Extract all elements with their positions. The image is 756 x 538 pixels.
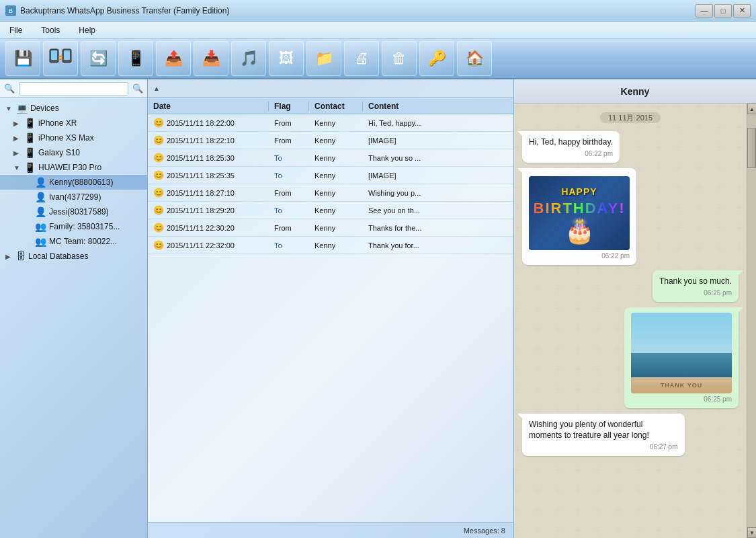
cell-contact: Kenny xyxy=(309,219,363,236)
cell-date: 😊 2015/11/11 22:30:20 xyxy=(148,219,269,236)
tree-item-mc-team[interactable]: ▶ 👥 MC Team: 80022... xyxy=(0,234,147,249)
tree-item-galaxy-s10[interactable]: ▶ 📱 Galaxy S10 xyxy=(0,145,147,160)
cell-flag: From xyxy=(269,114,309,131)
import-button[interactable]: 📥 xyxy=(194,41,228,76)
expand-arrow: ▶ xyxy=(13,134,22,142)
tree-item-kenny[interactable]: ▶ 👤 Kenny(88800613) xyxy=(0,175,147,190)
tree-item-ivan[interactable]: ▶ 👤 Ivan(4377299) xyxy=(0,190,147,204)
scroll-thumb[interactable] xyxy=(747,128,756,168)
chat-bubble-received-3: Wishing you plenty of wonderful moments … xyxy=(522,414,685,457)
cell-flag: From xyxy=(269,132,309,149)
menu-help[interactable]: Help xyxy=(75,24,99,36)
devices-icon: 💻 xyxy=(16,103,28,114)
group-icon: 👥 xyxy=(35,221,46,232)
col-date[interactable]: Date xyxy=(148,102,269,111)
col-contact[interactable]: Contact xyxy=(309,102,363,111)
maximize-button[interactable]: □ xyxy=(714,4,732,17)
table-row[interactable]: 😊 2015/11/11 18:27:10 From Kenny Wishing… xyxy=(148,184,513,202)
menu-file[interactable]: File xyxy=(5,24,26,36)
folder-button[interactable]: 📁 xyxy=(306,41,341,76)
messages-panel: ▲ Date Flag Contact Content 😊 2015/11/11… xyxy=(148,79,514,538)
cell-contact: Kenny xyxy=(309,184,363,201)
music-button[interactable]: 🎵 xyxy=(231,41,266,76)
minimize-button[interactable]: — xyxy=(696,4,713,17)
tree-item-devices[interactable]: ▼ 💻 Devices xyxy=(0,101,147,116)
contact-icon: 👤 xyxy=(35,177,46,188)
key-button[interactable]: 🔑 xyxy=(419,41,454,76)
sort-bar: ▲ xyxy=(148,79,513,98)
tree-item-local-db[interactable]: ▶ 🗄 Local Databases xyxy=(0,249,147,264)
print-button[interactable]: 🖨 xyxy=(344,41,379,76)
search-input[interactable] xyxy=(19,82,128,95)
search-clear-icon[interactable]: 🔍 xyxy=(131,82,144,95)
bubble-text: Hi, Ted, happy birthday. xyxy=(529,137,613,148)
svg-rect-3 xyxy=(64,50,70,60)
row-icon: 😊 xyxy=(153,205,164,215)
row-icon: 😊 xyxy=(153,153,164,163)
scroll-up-arrow[interactable]: ▲ xyxy=(747,104,756,114)
chat-scrollbar[interactable]: ▲ ▼ xyxy=(747,104,756,538)
chat-bubble-received-1: Hi, Ted, happy birthday. 06:22 pm xyxy=(522,131,620,163)
message-count: Messages: 8 xyxy=(464,527,505,535)
scroll-down-arrow[interactable]: ▼ xyxy=(747,527,756,538)
close-button[interactable]: ✕ xyxy=(733,4,751,17)
cell-flag: To xyxy=(269,202,309,219)
devices-label: Devices xyxy=(30,104,142,113)
chat-date-badge: 11 11月 2015 xyxy=(522,113,739,123)
table-row[interactable]: 😊 2015/11/11 18:25:35 To Kenny [IMAGE] xyxy=(148,167,513,184)
cell-content: Thanks for the... xyxy=(363,219,513,236)
android-button[interactable]: 📱 xyxy=(118,41,153,76)
col-content[interactable]: Content xyxy=(363,102,513,111)
sidebar: 🔍 🔍 ▼ 💻 Devices ▶ 📱 iPhone XR ▶ 📱 iPhone… xyxy=(0,79,148,538)
tree-item-jessi[interactable]: ▶ 👤 Jessi(80317589) xyxy=(0,204,147,219)
transfer-button[interactable] xyxy=(43,41,78,76)
row-date: 2015/11/11 18:25:30 xyxy=(167,154,235,162)
mc-team-label: MC Team: 80022... xyxy=(49,237,142,246)
table-row[interactable]: 😊 2015/11/11 18:22:10 From Kenny [IMAGE] xyxy=(148,132,513,149)
table-row[interactable]: 😊 2015/11/11 18:29:20 To Kenny See you o… xyxy=(148,202,513,219)
row-date: 2015/11/11 18:27:10 xyxy=(167,189,235,197)
backup-button[interactable]: 💾 xyxy=(5,41,40,76)
delete-button[interactable]: 🗑 xyxy=(382,41,417,76)
chat-bubble-sent-2: THANK YOU 06:25 pm xyxy=(624,307,739,408)
row-date: 2015/11/11 18:22:00 xyxy=(167,119,235,127)
expand-arrow: ▶ xyxy=(13,149,22,157)
table-row[interactable]: 😊 2015/11/11 18:22:00 From Kenny Hi, Ted… xyxy=(148,114,513,132)
app-icon: B xyxy=(5,5,16,16)
bubble-box: Hi, Ted, happy birthday. 06:22 pm xyxy=(522,131,620,163)
tree-item-iphone-xs-max[interactable]: ▶ 📱 iPhone XS Max xyxy=(0,130,147,145)
cell-flag: From xyxy=(269,219,309,236)
menu-tools[interactable]: Tools xyxy=(37,24,64,36)
chat-contact-name: Kenny xyxy=(621,86,650,97)
galaxy-s10-label: Galaxy S10 xyxy=(38,148,142,157)
restore-button[interactable]: 🔄 xyxy=(81,41,116,76)
tree-item-family[interactable]: ▶ 👥 Family: 35803175... xyxy=(0,219,147,234)
export-button[interactable]: 📤 xyxy=(156,41,191,76)
main-area: 🔍 🔍 ▼ 💻 Devices ▶ 📱 iPhone XR ▶ 📱 iPhone… xyxy=(0,79,756,538)
menu-bar: File Tools Help xyxy=(0,22,756,39)
col-flag[interactable]: Flag xyxy=(269,102,309,111)
photo-button[interactable]: 🖼 xyxy=(269,41,304,76)
home-button[interactable]: 🏠 xyxy=(457,41,492,76)
chat-bubble-sent-1: Thank you so much. 06:25 pm xyxy=(653,270,739,302)
cell-flag: To xyxy=(269,149,309,166)
huawei-p30-label: HUAWEI P30 Pro xyxy=(38,163,142,172)
search-icon[interactable]: 🔍 xyxy=(3,82,16,95)
tree-item-iphone-xr[interactable]: ▶ 📱 iPhone XR xyxy=(0,116,147,130)
bubble-box: Wishing you plenty of wonderful moments … xyxy=(522,414,685,457)
search-bar: 🔍 🔍 xyxy=(0,79,147,98)
phone-icon: 📱 xyxy=(24,118,36,128)
tree-item-huawei-p30[interactable]: ▼ 📱 HUAWEI P30 Pro xyxy=(0,160,147,175)
row-icon: 😊 xyxy=(153,118,164,128)
group-icon: 👥 xyxy=(35,236,46,247)
expand-arrow: ▼ xyxy=(5,105,13,112)
table-row[interactable]: 😊 2015/11/11 18:25:30 To Kenny Thank you… xyxy=(148,149,513,167)
table-row[interactable]: 😊 2015/11/11 22:32:00 To Kenny Thank you… xyxy=(148,237,513,254)
title-bar: B Backuptrans WhatsApp Business Transfer… xyxy=(0,0,756,22)
row-date: 2015/11/11 18:22:10 xyxy=(167,137,235,145)
row-date: 2015/11/11 18:29:20 xyxy=(167,206,235,215)
window-controls: — □ ✕ xyxy=(696,4,751,17)
date-badge-text: 11 11月 2015 xyxy=(600,112,661,123)
table-row[interactable]: 😊 2015/11/11 22:30:20 From Kenny Thanks … xyxy=(148,219,513,237)
title-bar-left: B Backuptrans WhatsApp Business Transfer… xyxy=(5,5,229,16)
